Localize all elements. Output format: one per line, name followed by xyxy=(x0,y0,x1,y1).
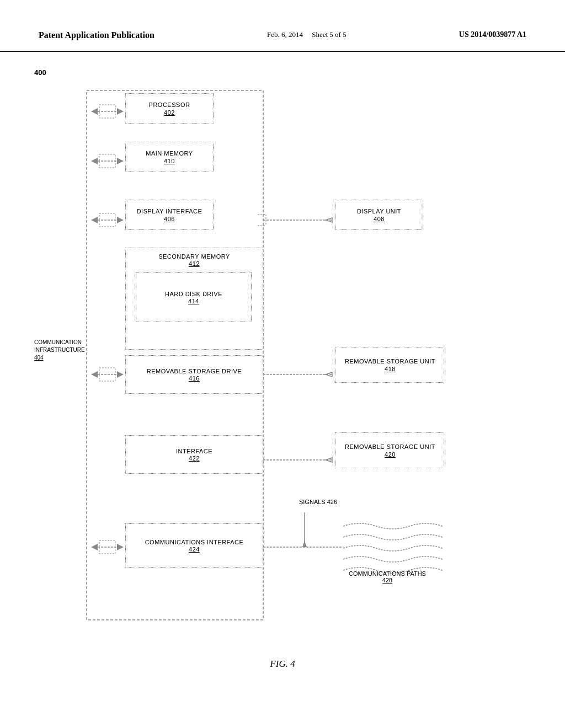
diagram-area: 400 xyxy=(34,68,531,675)
communications-interface-num: 424 xyxy=(189,546,200,553)
comm-paths-num: 428 xyxy=(349,577,426,584)
removable-storage-unit-418-num: 418 xyxy=(385,366,396,372)
processor-label: PROCESSOR xyxy=(149,101,190,109)
svg-marker-5 xyxy=(91,158,98,164)
display-interface-num: 406 xyxy=(164,216,175,222)
svg-marker-13 xyxy=(91,371,98,378)
removable-storage-unit-418-label: REMOVABLE STORAGE UNIT xyxy=(345,357,435,365)
svg-rect-16 xyxy=(99,368,115,381)
communications-paths-box: COMMUNICATIONS PATHS 428 xyxy=(349,570,426,584)
svg-rect-4 xyxy=(99,105,115,118)
display-interface-box: DISPLAY INTERFACE 406 xyxy=(125,200,214,230)
header-center-info: Feb. 6, 2014 Sheet 5 of 5 xyxy=(267,30,347,39)
secondary-memory-box: SECONDARY MEMORY 412 HARD DISK DRIVE 414 xyxy=(125,248,263,350)
hard-disk-num: 414 xyxy=(188,298,199,304)
removable-storage-drive-label: REMOVABLE STORAGE DRIVE xyxy=(147,367,242,375)
hard-disk-drive-box: HARD DISK DRIVE 414 xyxy=(136,272,252,322)
main-memory-num: 410 xyxy=(164,158,175,164)
header-sheet: Sheet 5 of 5 xyxy=(312,30,346,39)
communications-interface-box: COMMUNICATIONS INTERFACE 424 xyxy=(125,523,263,568)
processor-num: 402 xyxy=(164,109,175,116)
svg-rect-8 xyxy=(99,154,115,168)
svg-marker-14 xyxy=(117,371,124,378)
secondary-memory-label: SECONDARY MEMORY xyxy=(130,253,258,260)
svg-marker-10 xyxy=(117,217,124,223)
header-publication-label: Patent Application Publication xyxy=(39,30,154,40)
page-header: Patent Application Publication Feb. 6, 2… xyxy=(0,0,565,52)
interface-box: INTERFACE 422 xyxy=(125,435,263,474)
main-memory-label: MAIN MEMORY xyxy=(146,149,193,157)
header-date: Feb. 6, 2014 xyxy=(267,30,303,39)
communications-interface-label: COMMUNICATIONS INTERFACE xyxy=(145,538,244,546)
removable-storage-unit-420-num: 420 xyxy=(385,451,396,458)
interface-num: 422 xyxy=(189,455,200,462)
diagram-svg xyxy=(34,68,531,675)
svg-marker-17 xyxy=(91,544,98,550)
comm-paths-label: COMMUNICATIONS PATHS xyxy=(349,570,426,577)
signals-label: SIGNALS 426 xyxy=(299,499,337,505)
display-unit-num: 408 xyxy=(374,216,385,222)
removable-storage-drive-box: REMOVABLE STORAGE DRIVE 416 xyxy=(125,355,263,394)
svg-marker-1 xyxy=(91,108,98,115)
removable-storage-drive-num: 416 xyxy=(189,375,200,382)
figure-label: FIG. 4 xyxy=(270,659,295,670)
removable-storage-unit-418-box: REMOVABLE STORAGE UNIT 418 xyxy=(335,347,445,383)
display-unit-box: DISPLAY UNIT 408 xyxy=(335,200,423,230)
svg-marker-29 xyxy=(326,458,332,462)
diagram-number: 400 xyxy=(34,68,46,77)
svg-marker-6 xyxy=(117,158,124,164)
removable-storage-unit-420-label: REMOVABLE STORAGE UNIT xyxy=(345,443,435,451)
svg-marker-27 xyxy=(326,372,332,377)
display-unit-label: DISPLAY UNIT xyxy=(357,207,401,215)
svg-rect-20 xyxy=(99,540,115,554)
processor-box: PROCESSOR 402 xyxy=(125,93,214,124)
interface-label: INTERFACE xyxy=(176,447,212,455)
svg-marker-9 xyxy=(91,217,98,223)
display-interface-label: DISPLAY INTERFACE xyxy=(137,207,202,215)
secondary-memory-num: 412 xyxy=(130,260,258,267)
svg-rect-12 xyxy=(99,213,115,227)
hard-disk-label: HARD DISK DRIVE xyxy=(165,290,222,298)
main-memory-box: MAIN MEMORY 410 xyxy=(125,142,214,172)
svg-marker-25 xyxy=(326,218,332,222)
header-patent-number: US 2014/0039877 A1 xyxy=(459,30,526,39)
page: Patent Application Publication Feb. 6, 2… xyxy=(0,0,565,728)
svg-marker-2 xyxy=(117,108,124,115)
comm-infrastructure-num: 404 xyxy=(34,354,84,362)
svg-marker-18 xyxy=(117,544,124,550)
removable-storage-unit-420-box: REMOVABLE STORAGE UNIT 420 xyxy=(335,432,445,468)
svg-marker-32 xyxy=(302,540,307,547)
comm-infrastructure-label: COMMUNICATION INFRASTRUCTURE 404 xyxy=(34,339,84,362)
